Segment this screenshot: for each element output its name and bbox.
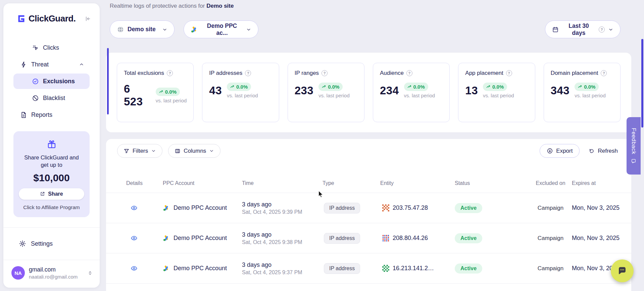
view-details-button[interactable] [126, 235, 138, 242]
page-scrollbar[interactable] [641, 39, 643, 128]
chat-icon [617, 266, 627, 276]
feedback-tab[interactable]: Feedback [627, 117, 641, 175]
expires-at-cell: Mon, Nov 3, 2025 [572, 235, 621, 242]
chevron-down-icon [209, 148, 214, 153]
sidebar-item-reports[interactable]: Reports [13, 107, 90, 123]
ppc-account-name: Demo PPC Account [174, 235, 227, 242]
stat-delta-note: vs. last period [227, 93, 258, 98]
stat-value: 43 [209, 84, 222, 97]
logo-text: ClickGuard. [29, 13, 76, 24]
date-range-dropdown[interactable]: Last 30 days ? [545, 20, 621, 38]
stat-tile-domain-placement: Domain placement? 343 0.0% vs. last peri… [544, 63, 621, 122]
help-icon[interactable]: ? [599, 27, 605, 33]
table-row: Demo PPC Account 3 days ago Sat, Oct 4, … [106, 193, 631, 223]
sidebar-item-blacklist[interactable]: Blacklist [13, 90, 90, 106]
sidebar-item-clicks[interactable]: Clicks [13, 40, 90, 55]
sidebar: ClickGuard. Clicks Threat Exclusions [3, 3, 100, 288]
stat-label: App placement [465, 70, 503, 77]
time-relative: 3 days ago [242, 201, 323, 208]
filters-button[interactable]: Filters [117, 144, 162, 158]
stat-tile-audience: Audience? 234 0.0% vs. last period [373, 63, 450, 122]
sidebar-item-settings[interactable]: Settings [3, 227, 100, 260]
stat-value: 233 [295, 84, 314, 97]
stat-delta-note: vs. last period [156, 98, 187, 103]
refresh-button[interactable]: Refresh [585, 144, 621, 158]
columns-button[interactable]: Columns [168, 144, 220, 158]
stat-value: 234 [380, 84, 399, 97]
help-icon[interactable]: ? [245, 70, 251, 76]
chevron-up-icon [79, 62, 84, 67]
user-account[interactable]: NA gmail.com naatali.ro@gmail.com [3, 260, 100, 288]
stat-label: IP ranges [295, 70, 319, 77]
google-ads-icon [163, 265, 170, 272]
view-details-button[interactable] [126, 265, 138, 272]
site-selector-dropdown[interactable]: Demo site [110, 20, 175, 38]
chat-launcher-button[interactable] [611, 259, 634, 282]
help-icon[interactable]: ? [167, 70, 173, 76]
export-button[interactable]: Export [540, 144, 580, 158]
type-chip: IP address [324, 233, 360, 244]
stat-tile-ip-ranges: IP ranges? 233 0.0% vs. last period [288, 63, 364, 122]
user-email: naatali.ro@gmail.com [29, 274, 78, 280]
column-header-type: Type [323, 180, 380, 186]
ban-icon [32, 95, 39, 102]
refresh-button-label: Refresh [598, 148, 618, 154]
type-chip: IP address [324, 263, 360, 274]
help-icon[interactable]: ? [601, 70, 607, 76]
ppc-account-selector-dropdown[interactable]: Demo PPC ac... [184, 20, 258, 38]
help-icon[interactable]: ? [506, 70, 512, 76]
nav-label: Exclusions [43, 78, 75, 85]
entity-identicon [382, 235, 389, 242]
table-toolbar: Filters Columns Export Refresh [106, 139, 631, 158]
settings-label: Settings [31, 240, 53, 247]
column-header-expires-at: Expires at [572, 180, 621, 186]
sidebar-scrollbar[interactable] [107, 48, 109, 114]
filter-funnel-icon [123, 148, 130, 154]
sidebar-item-exclusions[interactable]: Exclusions [13, 74, 90, 89]
stat-delta: 0.0% [236, 84, 248, 90]
promo-amount: $10,000 [19, 172, 84, 184]
sidebar-collapse-button[interactable] [84, 15, 91, 22]
feedback-chat-icon [631, 158, 636, 164]
stat-delta: 0.0% [328, 84, 339, 90]
columns-icon [175, 148, 181, 154]
view-details-button[interactable] [126, 204, 138, 211]
column-header-status: Status [455, 180, 529, 186]
ppc-account-cell: Demo PPC Account [163, 265, 242, 272]
excluded-on-cell: Campaign [529, 265, 572, 272]
stat-delta: 0.0% [165, 89, 177, 95]
help-icon[interactable]: ? [321, 70, 328, 76]
sidebar-item-threat[interactable]: Threat [13, 57, 90, 72]
stat-tile-app-placement: App placement? 13 0.0% vs. last period [458, 63, 535, 122]
refresh-icon [589, 148, 595, 154]
time-relative: 3 days ago [242, 261, 323, 269]
share-button[interactable]: Share [19, 188, 84, 200]
status-badge: Active [455, 203, 482, 213]
stat-label: Total exclusions [124, 70, 164, 77]
time-cell: 3 days ago Sat, Oct 4, 2025 9:38 PM [242, 231, 323, 245]
stat-delta: 0.0% [413, 84, 425, 90]
help-icon[interactable]: ? [406, 70, 412, 76]
export-button-label: Export [556, 148, 573, 154]
stat-delta-note: vs. last period [318, 93, 350, 98]
column-header-ppc-account: PPC Account [163, 180, 242, 186]
stat-value: 13 [465, 84, 478, 97]
chevron-down-icon [162, 27, 167, 32]
entity-cell: 16.213.141.2… [380, 265, 455, 272]
entity-identicon [382, 265, 389, 272]
trending-up-icon [486, 85, 491, 89]
column-header-time: Time [242, 180, 323, 186]
trending-up-icon [407, 85, 412, 89]
stat-delta-note: vs. last period [404, 93, 435, 98]
sidebar-header: ClickGuard. [3, 3, 100, 24]
promo-text: Share ClickGuard and get up to [20, 154, 83, 169]
stat-label: Audience [380, 70, 404, 77]
globe-icon [117, 26, 124, 33]
stat-delta-note: vs. last period [483, 93, 514, 98]
trending-up-icon [230, 85, 235, 89]
avatar: NA [11, 266, 25, 280]
column-header-entity: Entity [380, 180, 455, 186]
trending-up-icon [322, 85, 326, 89]
affiliate-program-link[interactable]: Click to Affiliate Program [19, 204, 84, 210]
site-selector-label: Demo site [128, 26, 156, 33]
